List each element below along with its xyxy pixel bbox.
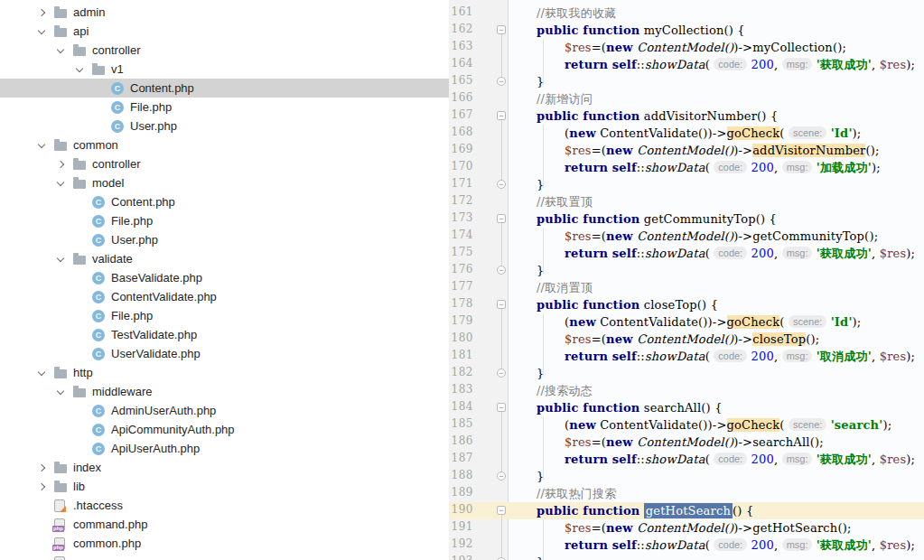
code-line-164[interactable]: 164return self::showData( code: 200, msg… (449, 56, 924, 73)
chevron-down-icon[interactable] (55, 257, 73, 261)
tree-item-label: File.php (111, 309, 153, 322)
code-editor[interactable]: 161//获取我的收藏162−public function myCollect… (449, 0, 924, 560)
tree-row-model[interactable]: model (0, 173, 449, 192)
token-var: $res (565, 435, 592, 449)
fold-toggle-icon[interactable]: − (497, 403, 506, 412)
code-line-165[interactable]: 165−} (449, 73, 924, 90)
code-line-167[interactable]: 167−public function addVisitorNumber() { (449, 107, 924, 125)
code-line-187[interactable]: 187return self::showData( code: 200, msg… (449, 451, 924, 468)
tree-row-controller[interactable]: controller (0, 41, 449, 60)
line-number: 182 (449, 366, 473, 378)
code-line-186[interactable]: 186$res=(new ContentModel())->searchAll(… (449, 434, 924, 451)
tree-row-lib[interactable]: lib (0, 477, 449, 496)
code-line-184[interactable]: 184−public function searchAll() { (449, 399, 924, 416)
tree-row-ContentValidate.php[interactable]: CContentValidate.php (0, 287, 449, 306)
code-line-166[interactable]: 166//新增访问 (449, 90, 924, 107)
tree-row-partial-29[interactable]: php (0, 553, 449, 560)
chevron-down-icon[interactable] (36, 371, 54, 375)
code-line-181[interactable]: 181return self::showData( code: 200, msg… (449, 348, 924, 365)
tree-row-UserValidate.php[interactable]: CUserValidate.php (0, 344, 449, 363)
chevron-down-icon[interactable] (74, 68, 92, 71)
code-line-188[interactable]: 188−} (449, 468, 924, 485)
code-line-182[interactable]: 182−} (449, 365, 924, 382)
code-line-172[interactable]: 172//获取置顶 (449, 193, 924, 210)
chevron-right-icon[interactable] (36, 484, 54, 490)
tree-row-User.php[interactable]: CUser.php (0, 230, 449, 249)
tree-row-controller[interactable]: controller (0, 154, 449, 173)
tree-row-TestValidate.php[interactable]: CTestValidate.php (0, 325, 449, 344)
tree-row-admin[interactable]: admin (0, 3, 449, 22)
php-class-icon: C (92, 215, 105, 228)
code-line-185[interactable]: 185(new ContentValidate())->goCheck( sce… (449, 416, 924, 434)
tree-row-File.php[interactable]: CFile.php (0, 306, 449, 325)
tree-row-User.php[interactable]: CUser.php (0, 117, 449, 135)
tree-item-label: common.php (73, 537, 141, 550)
code-line-191[interactable]: 191$res=(new ContentModel())->getHotSear… (449, 519, 924, 537)
fold-toggle-icon[interactable]: − (497, 77, 506, 86)
code-line-169[interactable]: 169$res=(new ContentModel())->addVisitor… (449, 142, 924, 159)
chevron-down-icon[interactable] (55, 390, 73, 394)
tree-row-command.php[interactable]: phpcommand.php (0, 515, 449, 534)
code-line-173[interactable]: 173−public function getCommunityTop() { (449, 210, 924, 228)
tree-row-File.php[interactable]: CFile.php (0, 211, 449, 230)
code-line-163[interactable]: 163$res=(new ContentModel())->myCollecti… (449, 39, 924, 56)
code-line-189[interactable]: 189//获取热门搜索 (449, 485, 924, 502)
tree-row-ApiUserAuth.php[interactable]: CApiUserAuth.php (0, 439, 449, 458)
code-line-178[interactable]: 178−public function closeTop() { (449, 296, 924, 313)
tree-row-api[interactable]: api (0, 22, 449, 41)
tree-row-.htaccess[interactable]: .htaccess (0, 496, 449, 515)
tree-row-common.php[interactable]: phpcommon.php (0, 534, 449, 553)
token-var: $res (880, 453, 907, 466)
chevron-right-icon[interactable] (36, 465, 54, 471)
code-line-183[interactable]: 183//搜索动态 (449, 382, 924, 399)
fold-toggle-icon[interactable]: − (497, 471, 506, 481)
code-line-190[interactable]: 190−public function getHotSearch() { (449, 502, 924, 519)
fold-toggle-icon[interactable]: − (497, 180, 506, 189)
fold-toggle-icon[interactable]: − (497, 300, 506, 309)
token-num-lit: 200 (751, 58, 774, 71)
tree-row-v1[interactable]: v1 (0, 60, 449, 79)
fold-toggle-icon[interactable]: − (497, 369, 506, 378)
code-line-193[interactable]: 193−} (449, 554, 924, 560)
chevron-down-icon[interactable] (36, 30, 54, 33)
tree-row-ApiCommunityAuth.php[interactable]: CApiCommunityAuth.php (0, 420, 449, 439)
code-line-171[interactable]: 171−} (449, 176, 924, 193)
chevron-down-icon[interactable] (55, 182, 73, 185)
code-line-179[interactable]: 179(new ContentValidate())->goCheck( sce… (449, 313, 924, 331)
code-line-177[interactable]: 177//取消置顶 (449, 279, 924, 296)
fold-toggle-icon[interactable]: − (497, 111, 506, 120)
chevron-glyph (57, 45, 64, 52)
tree-row-common[interactable]: common (0, 135, 449, 154)
token-kw: public function (537, 109, 639, 123)
code-line-180[interactable]: 180$res=(new ContentModel())->closeTop()… (449, 331, 924, 348)
code-line-162[interactable]: 162−public function myCollection() { (449, 22, 924, 39)
tree-row-validate[interactable]: validate (0, 249, 449, 268)
code-line-170[interactable]: 170return self::showData( code: 200, msg… (449, 159, 924, 176)
line-number: 166 (449, 91, 473, 104)
code-line-192[interactable]: 192return self::showData( code: 200, msg… (449, 537, 924, 554)
code-line-168[interactable]: 168(new ContentValidate())->goCheck( sce… (449, 125, 924, 142)
code-text: public function getHotSearch() { (537, 502, 753, 519)
chevron-down-icon[interactable] (36, 144, 54, 147)
tree-row-File.php[interactable]: CFile.php (0, 98, 449, 117)
chevron-down-icon[interactable] (55, 49, 73, 52)
tree-row-BaseValidate.php[interactable]: CBaseValidate.php (0, 268, 449, 287)
fold-toggle-icon[interactable]: − (497, 25, 506, 34)
fold-toggle-icon[interactable]: − (497, 506, 506, 515)
tree-row-Content.php[interactable]: CContent.php (0, 79, 449, 98)
tree-row-http[interactable]: http (0, 363, 449, 382)
tree-row-AdminUserAuth.php[interactable]: CAdminUserAuth.php (0, 401, 449, 420)
tree-row-index[interactable]: index (0, 458, 449, 477)
tree-row-middleware[interactable]: middleware (0, 382, 449, 401)
fold-toggle-icon[interactable]: − (497, 214, 506, 223)
chevron-right-icon[interactable] (55, 162, 73, 167)
code-text: return self::showData( code: 200, msg: '… (565, 537, 915, 554)
line-number: 173 (449, 211, 473, 224)
chevron-right-icon[interactable] (36, 10, 54, 15)
code-line-161[interactable]: 161//获取我的收藏 (449, 5, 924, 22)
code-line-176[interactable]: 176−} (449, 262, 924, 279)
fold-toggle-icon[interactable]: − (497, 266, 506, 275)
code-line-174[interactable]: 174$res=(new ContentModel())->getCommuni… (449, 228, 924, 245)
code-line-175[interactable]: 175return self::showData( code: 200, msg… (449, 245, 924, 262)
tree-row-Content.php[interactable]: CContent.php (0, 192, 449, 211)
